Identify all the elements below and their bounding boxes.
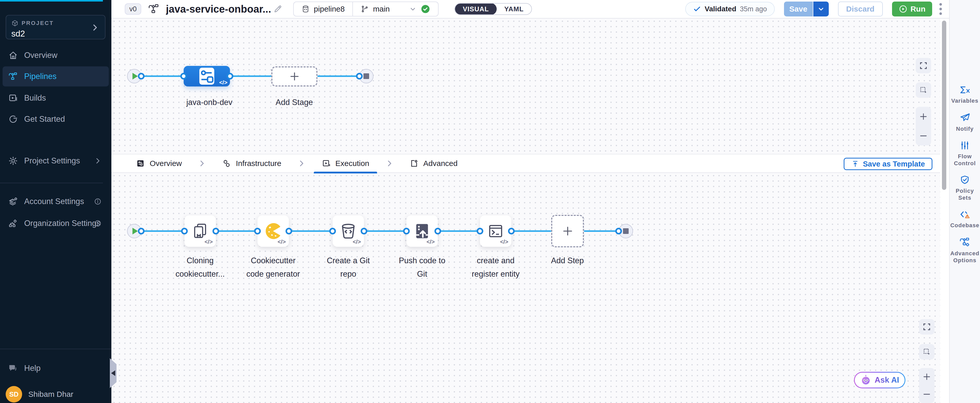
fullscreen-button[interactable]: [919, 319, 934, 335]
fit-to-screen-button[interactable]: [919, 344, 934, 360]
rail-item-notify[interactable]: Notify: [950, 112, 979, 132]
more-options-kebab-icon[interactable]: [939, 3, 942, 15]
project-name: sd2: [11, 29, 100, 38]
connector: [364, 230, 406, 232]
run-button[interactable]: Run: [892, 2, 932, 16]
sidebar-item-label: Overview: [24, 51, 57, 60]
vertical-scrollbar[interactable]: [942, 21, 946, 190]
sidebar-item-project-settings[interactable]: Project Settings: [3, 151, 109, 171]
info-icon: [94, 220, 102, 227]
sidebar-item-builds[interactable]: Builds: [3, 88, 109, 108]
chevron-right-icon: [198, 159, 206, 167]
node-port: [212, 228, 219, 234]
step-node-cookiecutter-generator[interactable]: </>: [258, 215, 289, 247]
rail-label: Notify: [956, 125, 974, 132]
connector: [438, 230, 480, 232]
zoom-out-icon[interactable]: [922, 389, 932, 399]
pipeline-header: v0 java-service-onboar... pipeline8 main…: [111, 0, 949, 19]
save-as-template-button[interactable]: Save as Template: [844, 158, 932, 170]
plus-icon: [288, 70, 301, 83]
step-node-create-git-repo[interactable]: </>: [332, 215, 364, 247]
rail-item-codebase[interactable]: Codebase: [950, 209, 979, 229]
selection-icon: [919, 86, 928, 94]
play-icon: [132, 73, 138, 80]
sidebar-item-help[interactable]: ? Help: [3, 358, 109, 378]
rail-item-flow-control[interactable]: Flow Control: [950, 140, 979, 167]
save-as-template-label: Save as Template: [863, 160, 925, 168]
pipeline-select[interactable]: pipeline8: [294, 2, 352, 16]
connector: [141, 75, 184, 77]
chevron-right-icon: [91, 23, 99, 32]
stage-tabs: Overview Infrastructure Execution Advanc…: [111, 154, 940, 173]
home-icon: [8, 51, 18, 60]
zoom-in-icon[interactable]: [918, 112, 928, 121]
edit-pencil-icon[interactable]: [273, 4, 282, 14]
execution-graph-canvas[interactable]: </> Cloningcookiecutter... </> Cookiecut…: [111, 173, 940, 403]
sidebar-item-label: Get Started: [24, 115, 65, 124]
tab-advanced[interactable]: Advanced: [409, 154, 458, 173]
step-label: Push code toGit: [381, 254, 463, 281]
ask-ai-button[interactable]: Ask AI: [854, 372, 905, 388]
tab-infrastructure[interactable]: Infrastructure: [222, 154, 282, 173]
toggle-visual[interactable]: VISUAL: [455, 3, 496, 15]
sidebar-item-get-started[interactable]: Get Started: [3, 109, 109, 129]
user-name: Shibam Dhar: [28, 390, 73, 399]
add-stage-button[interactable]: [271, 66, 317, 86]
zoom-controls: [919, 368, 934, 403]
step-node-create-register-entity[interactable]: </>: [480, 215, 511, 247]
sidebar-item-label: Help: [24, 364, 41, 373]
zoom-controls: [916, 107, 931, 145]
project-selector[interactable]: PROJECT sd2: [6, 15, 105, 39]
rail-item-variables[interactable]: Variables: [950, 85, 979, 104]
fit-to-screen-button[interactable]: [916, 82, 931, 98]
node-port: [434, 228, 441, 234]
connector: [584, 230, 619, 232]
node-port: [508, 228, 515, 234]
tab-execution[interactable]: Execution: [321, 154, 369, 173]
codebase-icon: [959, 209, 971, 220]
sidebar-item-pipelines[interactable]: Pipelines: [3, 66, 109, 86]
branch-select[interactable]: main: [353, 2, 438, 16]
validated-label: Validated: [705, 5, 737, 13]
step-label: Cloningcookiecutter...: [159, 254, 241, 281]
tab-overview[interactable]: Overview: [136, 154, 182, 173]
stage-node-java-onb-dev[interactable]: </>: [184, 66, 230, 86]
notify-icon: [959, 112, 970, 123]
user-menu[interactable]: SD Shibam Dhar: [6, 386, 73, 403]
run-play-icon: [899, 5, 907, 13]
node-port: [356, 73, 363, 80]
discard-button[interactable]: Discard: [838, 2, 883, 16]
chevron-right-icon: [94, 157, 102, 165]
sidebar-item-account-settings[interactable]: Account Settings: [3, 191, 109, 212]
save-button[interactable]: Save: [784, 2, 813, 16]
zoom-in-icon[interactable]: [922, 372, 932, 382]
rail-item-advanced-options[interactable]: Advanced Options: [950, 236, 979, 264]
help-chat-icon: ?: [8, 363, 18, 373]
fullscreen-button[interactable]: [916, 58, 931, 73]
advanced-tab-icon: [409, 159, 419, 168]
collapse-left-icon: [111, 370, 115, 376]
add-step-button[interactable]: [551, 215, 584, 247]
tab-label: Advanced: [423, 159, 458, 168]
chevron-right-icon: [385, 159, 393, 167]
sidebar-item-overview[interactable]: Overview: [3, 45, 109, 65]
step-label: Cookiecuttercode generator: [232, 254, 314, 281]
save-options-button[interactable]: [813, 2, 829, 16]
save-split-button: Save: [784, 2, 829, 16]
builds-icon: [8, 93, 18, 103]
policy-sets-icon: [959, 174, 970, 185]
check-icon: [693, 5, 701, 13]
stage-name: java-onb-dev: [168, 96, 251, 109]
zoom-out-icon[interactable]: [918, 131, 928, 141]
sidebar-item-organization-settings[interactable]: Organization Settings: [3, 213, 109, 233]
pipeline-title: java-service-onboar...: [166, 3, 271, 15]
toggle-yaml[interactable]: YAML: [497, 3, 531, 15]
stage-graph-canvas[interactable]: </> java-onb-dev Add Stage: [111, 19, 940, 154]
step-node-cloning-cookiecutter[interactable]: </>: [185, 215, 216, 247]
step-node-push-code-to-git[interactable]: </>: [406, 215, 438, 247]
cookiecutter-icon: [263, 221, 283, 241]
rail-item-policy-sets[interactable]: Policy Sets: [950, 174, 979, 201]
connector: [216, 230, 258, 232]
pipeline-select-value: pipeline8: [314, 5, 345, 13]
pipeline-store-icon: [301, 5, 310, 13]
